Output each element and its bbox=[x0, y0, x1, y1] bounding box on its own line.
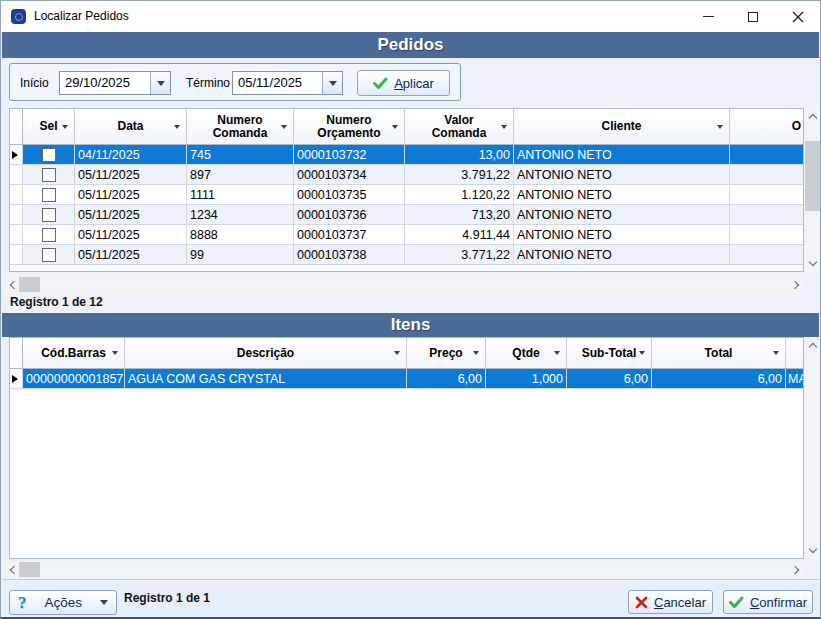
cell-cliente: ANTONIO NETO bbox=[514, 185, 730, 204]
cell-numero_comanda: 1111 bbox=[187, 185, 294, 204]
column-header-marca[interactable] bbox=[786, 338, 804, 368]
table-row[interactable]: 05/11/202512340000103736713,20ANTONIO NE… bbox=[10, 205, 803, 225]
column-header-obs[interactable]: O bbox=[730, 109, 804, 144]
cell-valor: 3.771,22 bbox=[405, 245, 514, 264]
inicio-dropdown-button[interactable] bbox=[150, 72, 170, 94]
column-header-valor[interactable]: Valor Comanda bbox=[405, 109, 514, 144]
table-row[interactable]: 05/11/2025888800001037374.911,44ANTONIO … bbox=[10, 225, 803, 245]
column-header-label: Valor Comanda bbox=[428, 114, 490, 140]
cell-cliente: ANTONIO NETO bbox=[514, 165, 730, 184]
column-header-cliente[interactable]: Cliente bbox=[514, 109, 730, 144]
filter-dropdown-icon[interactable] bbox=[392, 125, 398, 132]
termino-dropdown-button[interactable] bbox=[322, 72, 342, 94]
inicio-date-input[interactable]: 29/10/2025 bbox=[59, 71, 171, 95]
filter-dropdown-icon[interactable] bbox=[281, 125, 287, 132]
row-checkbox[interactable] bbox=[42, 208, 56, 222]
itens-horizontal-scrollbar[interactable] bbox=[4, 561, 804, 578]
column-header-qtde[interactable]: Qtde bbox=[486, 338, 567, 368]
scroll-right-icon[interactable] bbox=[787, 276, 804, 293]
scroll-right-icon[interactable] bbox=[787, 561, 804, 578]
column-header-label: Data bbox=[117, 120, 143, 133]
cell-obs bbox=[730, 185, 804, 204]
filter-dropdown-icon[interactable] bbox=[639, 351, 645, 358]
column-header-data[interactable]: Data bbox=[75, 109, 187, 144]
cell-obs bbox=[730, 165, 804, 184]
cell-subtotal: 6,00 bbox=[567, 369, 652, 388]
filter-dropdown-icon[interactable] bbox=[174, 125, 180, 132]
filter-dropdown-icon[interactable] bbox=[501, 125, 507, 132]
scrollbar-thumb[interactable] bbox=[19, 277, 40, 292]
column-header-label: Total bbox=[705, 347, 733, 360]
minimize-button[interactable] bbox=[691, 1, 725, 32]
itens-grid: Cód.BarrasDescriçãoPreçoQtdeSub-TotalTot… bbox=[9, 337, 804, 559]
table-row[interactable]: 00000000001857AGUA COM GAS CRYSTAL6,001,… bbox=[10, 369, 803, 389]
cell-obs bbox=[730, 205, 804, 224]
cancelar-button[interactable]: Cancelar bbox=[628, 590, 713, 614]
close-button[interactable] bbox=[781, 1, 815, 32]
acoes-button[interactable]: ? Ações bbox=[9, 590, 117, 615]
confirmar-button[interactable]: Confirmar bbox=[723, 590, 813, 614]
cell-valor: 713,20 bbox=[405, 205, 514, 224]
column-header-subtotal[interactable]: Sub-Total bbox=[567, 338, 652, 368]
itens-vertical-scrollbar[interactable] bbox=[804, 337, 821, 559]
scroll-up-icon[interactable] bbox=[804, 337, 821, 354]
scroll-down-icon[interactable] bbox=[804, 255, 821, 272]
x-icon bbox=[635, 596, 648, 609]
cell-valor: 3.791,22 bbox=[405, 165, 514, 184]
table-row[interactable]: 04/11/2025745000010373213,00ANTONIO NETO bbox=[10, 145, 803, 165]
filter-dropdown-icon[interactable] bbox=[394, 351, 400, 358]
maximize-button[interactable] bbox=[736, 1, 770, 32]
cell-desc: AGUA COM GAS CRYSTAL bbox=[125, 369, 407, 388]
cell-total: 6,00 bbox=[652, 369, 786, 388]
pedidos-record-status: Registro 1 de 12 bbox=[10, 295, 103, 309]
cell-numero_orcamento: 0000103734 bbox=[294, 165, 405, 184]
row-checkbox[interactable] bbox=[42, 228, 56, 242]
scroll-down-icon[interactable] bbox=[804, 542, 821, 559]
column-header-checked[interactable]: Sel bbox=[23, 109, 75, 144]
pedidos-vertical-scrollbar[interactable] bbox=[804, 108, 821, 272]
filter-dropdown-icon[interactable] bbox=[554, 351, 560, 358]
cell-checked bbox=[23, 225, 75, 244]
row-checkbox[interactable] bbox=[42, 148, 56, 162]
row-checkbox[interactable] bbox=[42, 168, 56, 182]
scrollbar-thumb[interactable] bbox=[19, 562, 40, 577]
cell-cliente: ANTONIO NETO bbox=[514, 245, 730, 264]
filter-dropdown-icon[interactable] bbox=[473, 351, 479, 358]
row-selector-header bbox=[10, 338, 23, 368]
row-selector-cell bbox=[10, 245, 23, 264]
current-row-icon bbox=[12, 151, 22, 159]
scroll-up-icon[interactable] bbox=[804, 108, 821, 125]
maximize-icon bbox=[748, 12, 758, 22]
column-header-cod[interactable]: Cód.Barras bbox=[23, 338, 125, 368]
row-selector-cell bbox=[10, 165, 23, 184]
aplicar-button[interactable]: Aplicar bbox=[357, 70, 450, 96]
column-header-numero_orcamento[interactable]: Numero Orçamento bbox=[294, 109, 405, 144]
row-checkbox[interactable] bbox=[42, 188, 56, 202]
filter-dropdown-icon[interactable] bbox=[773, 351, 779, 358]
scrollbar-thumb[interactable] bbox=[805, 141, 820, 211]
cell-checked bbox=[23, 185, 75, 204]
column-header-total[interactable]: Total bbox=[652, 338, 786, 368]
window-title: Localizar Pedidos bbox=[34, 1, 129, 32]
pedidos-horizontal-scrollbar[interactable] bbox=[4, 276, 804, 293]
table-row[interactable]: 05/11/2025111100001037351.120,22ANTONIO … bbox=[10, 185, 803, 205]
column-header-numero_comanda[interactable]: Numero Comanda bbox=[187, 109, 294, 144]
termino-date-value: 05/11/2025 bbox=[233, 72, 322, 94]
termino-label: Término bbox=[186, 76, 230, 90]
cell-data: 05/11/2025 bbox=[75, 185, 187, 204]
row-checkbox[interactable] bbox=[42, 248, 56, 262]
column-header-preco[interactable]: Preço bbox=[407, 338, 486, 368]
cell-data: 05/11/2025 bbox=[75, 225, 187, 244]
termino-date-input[interactable]: 05/11/2025 bbox=[232, 71, 343, 95]
filter-dropdown-icon[interactable] bbox=[717, 125, 723, 132]
column-header-desc[interactable]: Descrição bbox=[125, 338, 407, 368]
cell-cliente: ANTONIO NETO bbox=[514, 225, 730, 244]
dialog-localizar-pedidos: Localizar Pedidos Pedidos Início 29/10/2… bbox=[0, 0, 821, 619]
table-row[interactable]: 05/11/202589700001037343.791,22ANTONIO N… bbox=[10, 165, 803, 185]
table-row[interactable]: 05/11/20259900001037383.771,22ANTONIO NE… bbox=[10, 245, 803, 265]
pedidos-section-header: Pedidos bbox=[2, 32, 819, 58]
filter-dropdown-icon[interactable] bbox=[112, 351, 118, 358]
cell-obs bbox=[730, 245, 804, 264]
column-header-label: Preço bbox=[429, 347, 462, 360]
filter-dropdown-icon[interactable] bbox=[62, 125, 68, 132]
